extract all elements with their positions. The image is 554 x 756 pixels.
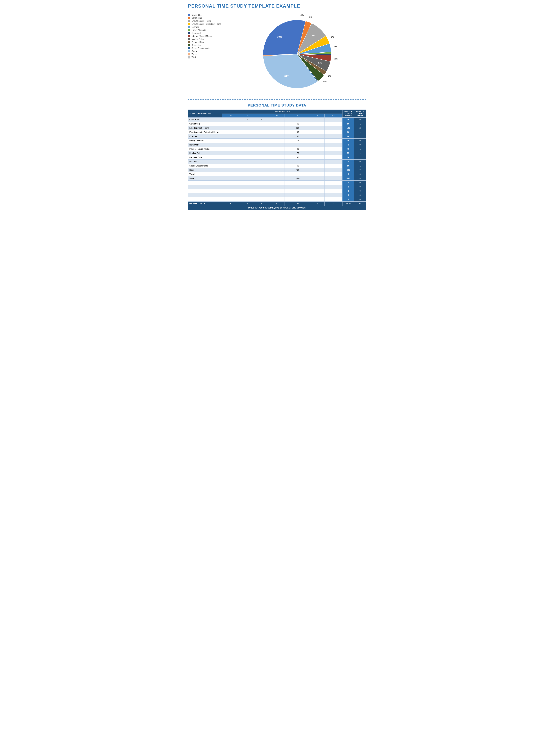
grand-total-day-cell: 0 <box>222 202 240 206</box>
time-cell <box>311 197 325 202</box>
legend-label: Entertainment - Outside of Home <box>191 23 221 25</box>
time-cell <box>269 147 285 151</box>
time-cell <box>311 160 325 164</box>
activity-cell: Social Engagements <box>188 164 222 168</box>
legend-label: Travel <box>191 53 197 55</box>
pie-slice-label: 4% <box>334 45 337 48</box>
time-cell <box>325 168 342 172</box>
time-cell <box>269 126 285 130</box>
pie-chart-container: 4%3%9%4%4%3%5%2%4%34%30% <box>228 14 366 94</box>
legend-color-swatch <box>188 35 190 37</box>
legend-item: Meals / Eating <box>188 38 225 40</box>
legend-label: Social Engagements <box>191 47 210 49</box>
time-cell <box>240 185 255 189</box>
time-cell <box>285 160 311 164</box>
legend-color-swatch <box>188 50 190 52</box>
weekly-mins-cell: 0 <box>342 189 354 193</box>
time-cell <box>311 185 325 189</box>
pie-slice-label: 3% <box>309 16 312 18</box>
time-cell: 50 <box>285 122 311 126</box>
time-cell <box>222 126 240 130</box>
time-cell <box>325 172 342 177</box>
time-cell <box>222 117 240 122</box>
data-section-title: PERSONAL TIME STUDY DATA <box>188 103 366 107</box>
legend-color-swatch <box>188 38 190 40</box>
weekly-hrs-cell: 7 <box>354 168 366 172</box>
activity-cell: Commuting <box>188 122 222 126</box>
legend-label: Exercise <box>191 26 199 28</box>
time-cell <box>325 139 342 143</box>
legend-color-swatch <box>188 44 190 46</box>
weekly-mins-cell: 0 <box>342 185 354 189</box>
time-cell <box>269 197 285 202</box>
time-cell <box>222 177 240 181</box>
time-cell <box>255 143 269 147</box>
legend-color-swatch <box>188 41 190 43</box>
weekly-mins-cell: 50 <box>342 122 354 126</box>
grand-total-mins: 1410 <box>342 202 354 206</box>
table-row: 00 <box>188 193 366 197</box>
weekly-hrs-cell: 2 <box>354 126 366 130</box>
time-cell <box>311 189 325 193</box>
data-table: ACTIVITY DESCRIPTION TIME IN MINUTES WEE… <box>188 109 366 210</box>
table-row: Sleep4204207 <box>188 168 366 172</box>
time-cell <box>240 172 255 177</box>
header-time-in-minutes: TIME IN MINUTES <box>222 110 342 114</box>
legend-label: Entertainment - Home <box>191 20 211 22</box>
legend-color-swatch <box>188 29 190 31</box>
activity-cell: Entertainment - Outside of Home <box>188 130 222 135</box>
time-cell <box>311 139 325 143</box>
weekly-mins-cell: 30 <box>342 155 354 160</box>
activity-cell: Recreation <box>188 160 222 164</box>
time-cell <box>311 151 325 155</box>
weekly-mins-cell: 120 <box>342 126 354 130</box>
weekly-hrs-cell: 0 <box>354 189 366 193</box>
time-cell <box>325 147 342 151</box>
legend-item: Commuting <box>188 17 225 19</box>
table-row: Homework00 <box>188 143 366 147</box>
time-cell <box>269 168 285 172</box>
table-row: 00 <box>188 185 366 189</box>
time-cell: 420 <box>285 168 311 172</box>
time-cell <box>222 151 240 155</box>
legend-item: Sleep <box>188 50 225 52</box>
weekly-hrs-cell: 0 <box>354 181 366 185</box>
header-activity: ACTIVITY DESCRIPTION <box>188 110 222 117</box>
time-cell <box>222 189 240 193</box>
time-cell <box>269 135 285 139</box>
time-cell <box>255 172 269 177</box>
legend-item: Internet / Social Media <box>188 35 225 37</box>
legend-label: Family / Friends <box>191 29 206 31</box>
time-cell <box>285 117 311 122</box>
legend-label: Commuting <box>191 17 202 19</box>
table-row: 00 <box>188 197 366 202</box>
time-cell <box>255 168 269 172</box>
pie-slice-label: 9% <box>312 34 315 37</box>
activity-cell: Family / Friends <box>188 139 222 143</box>
footer-row: DAILY TOTALS SHOULD EQUAL 24 HOURS | 144… <box>188 206 366 210</box>
time-cell <box>325 177 342 181</box>
activity-cell <box>188 189 222 193</box>
header-weekly-mins: WEEKLY TOTALS IN MINS <box>342 110 354 117</box>
time-cell <box>325 143 342 147</box>
legend-color-swatch <box>188 20 190 22</box>
time-cell <box>255 126 269 130</box>
time-cell <box>255 197 269 202</box>
weekly-hrs-cell: 0 <box>354 197 366 202</box>
legend-label: Internet / Social Media <box>191 35 212 37</box>
weekly-mins-cell: 75 <box>342 151 354 155</box>
grand-total-hrs: 24 <box>354 202 366 206</box>
time-cell <box>269 151 285 155</box>
pie-slice-label: 4% <box>300 14 304 16</box>
table-row: 00 <box>188 189 366 193</box>
table-row: 00 <box>188 181 366 185</box>
weekly-hrs-cell: 8 <box>354 177 366 181</box>
time-cell <box>311 130 325 135</box>
time-cell <box>222 155 240 160</box>
time-cell <box>240 160 255 164</box>
legend-item: Entertainment - Outside of Home <box>188 23 225 25</box>
time-cell <box>325 164 342 168</box>
time-cell <box>325 151 342 155</box>
time-cell <box>269 189 285 193</box>
legend-item: Homework <box>188 32 225 34</box>
